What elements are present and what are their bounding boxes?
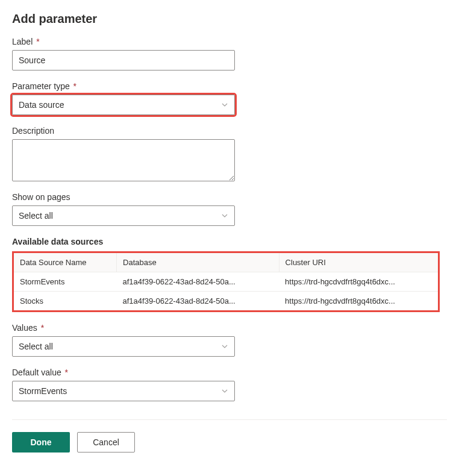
chevron-down-icon <box>221 101 228 108</box>
done-button[interactable]: Done <box>12 432 70 453</box>
chevron-down-icon <box>221 387 228 395</box>
cell-cluster: https://trd-hgcdvdfrt8gq4t6dxc... <box>279 272 438 292</box>
chevron-down-icon <box>221 212 228 219</box>
parameter-type-value: Data source <box>19 100 64 110</box>
cell-name: Stocks <box>14 292 117 311</box>
values-label-text: Values <box>12 323 37 333</box>
required-marker: * <box>65 368 68 377</box>
field-parameter-type: Parameter type * Data source <box>12 81 447 115</box>
cell-database: af1a4f39-0622-43ad-8d24-50a... <box>117 272 279 292</box>
col-database[interactable]: Database <box>117 253 279 272</box>
description-input[interactable] <box>12 139 235 181</box>
footer-actions: Done Cancel <box>12 419 447 453</box>
label-label-text: Label <box>12 37 33 46</box>
values-label: Values * <box>12 323 447 333</box>
cell-cluster: https://trd-hgcdvdfrt8gq4t6dxc... <box>279 292 438 311</box>
field-default-value: Default value * StormEvents <box>12 368 447 401</box>
default-value-label-text: Default value <box>12 368 61 377</box>
cell-name: StormEvents <box>14 272 117 292</box>
available-data-sources-section: Available data sources Data Source Name … <box>12 237 447 312</box>
col-cluster-uri[interactable]: Cluster URI <box>279 253 438 272</box>
show-on-pages-select[interactable]: Select all <box>12 205 235 226</box>
default-value-label: Default value * <box>12 368 447 377</box>
chevron-down-icon <box>221 343 228 350</box>
label-label: Label * <box>12 37 447 46</box>
default-value-select[interactable]: StormEvents <box>12 381 235 401</box>
required-marker: * <box>41 323 44 333</box>
field-values: Values * Select all <box>12 323 447 357</box>
available-data-sources-title: Available data sources <box>12 237 447 246</box>
default-value-value: StormEvents <box>19 386 67 396</box>
cancel-button[interactable]: Cancel <box>77 432 135 453</box>
field-label: Label * <box>12 37 447 70</box>
show-on-pages-label: Show on pages <box>12 192 447 202</box>
show-on-pages-value: Select all <box>19 211 53 221</box>
table-row[interactable]: StormEvents af1a4f39-0622-43ad-8d24-50a.… <box>14 272 438 292</box>
table-row[interactable]: Stocks af1a4f39-0622-43ad-8d24-50a... ht… <box>14 292 438 311</box>
required-marker: * <box>73 81 76 91</box>
description-label: Description <box>12 126 447 136</box>
available-data-sources-table: Data Source Name Database Cluster URI St… <box>14 253 438 310</box>
cell-database: af1a4f39-0622-43ad-8d24-50a... <box>117 292 279 311</box>
values-select[interactable]: Select all <box>12 336 235 357</box>
parameter-type-select[interactable]: Data source <box>12 95 235 115</box>
col-data-source-name[interactable]: Data Source Name <box>14 253 117 272</box>
label-input[interactable] <box>12 50 235 70</box>
available-data-sources-table-highlight: Data Source Name Database Cluster URI St… <box>12 251 440 312</box>
field-show-on-pages: Show on pages Select all <box>12 192 447 226</box>
field-description: Description <box>12 126 447 181</box>
values-value: Select all <box>19 342 53 351</box>
required-marker: * <box>36 37 39 46</box>
parameter-type-label-text: Parameter type <box>12 81 70 91</box>
table-header-row: Data Source Name Database Cluster URI <box>14 253 438 272</box>
parameter-type-label: Parameter type * <box>12 81 447 91</box>
page-title: Add parameter <box>12 12 447 26</box>
